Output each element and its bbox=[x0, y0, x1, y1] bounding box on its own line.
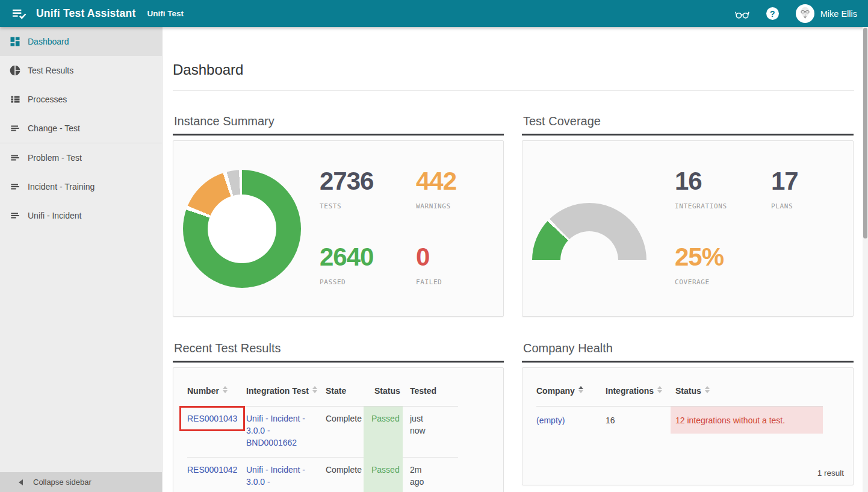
stat-integrations: 16 INTEGRATIONS bbox=[675, 169, 771, 210]
integration-test-link[interactable]: Unifi - Incident - 3.0.0 - BND0001662 bbox=[246, 414, 305, 447]
coverage-gauge-chart bbox=[532, 203, 646, 260]
stat-label: WARNINGS bbox=[416, 202, 456, 210]
sidebar-item-test-results[interactable]: Test Results bbox=[0, 56, 162, 85]
collapse-sidebar-button[interactable]: Collapse sidebar bbox=[0, 472, 162, 492]
integration-test-link[interactable]: Unifi - Incident - 3.0.0 - bbox=[246, 465, 305, 487]
lines-icon bbox=[9, 152, 21, 164]
dashboard-icon bbox=[9, 36, 21, 48]
column-header-company[interactable]: Company bbox=[536, 368, 606, 406]
sort-icon bbox=[312, 386, 317, 393]
section-title: Test Coverage bbox=[523, 114, 854, 128]
stat-value: 25% bbox=[675, 244, 771, 270]
sort-icon bbox=[223, 386, 228, 393]
company-health-table: Company Integrations Status (empty) 16 1… bbox=[536, 368, 823, 434]
company-link[interactable]: (empty) bbox=[536, 416, 565, 425]
table-row: RES0001042 Unifi - Incident - 3.0.0 - Co… bbox=[187, 458, 458, 492]
stat-value: 2736 bbox=[320, 169, 416, 194]
column-header-state[interactable]: State bbox=[326, 368, 364, 406]
result-link[interactable]: RES0001042 bbox=[187, 465, 237, 475]
header-actions: ? Mike Ellis bbox=[734, 4, 857, 23]
section-recent-test-results: Recent Test Results Number Integration T… bbox=[173, 341, 504, 492]
glasses-icon[interactable] bbox=[734, 7, 751, 20]
sidebar: Dashboard Test Results Processes Change … bbox=[0, 27, 163, 492]
tested-cell: 2m ago bbox=[403, 458, 458, 492]
integrations-cell: 16 bbox=[606, 406, 671, 434]
table-row: RES0001043 Unifi - Incident - 3.0.0 - BN… bbox=[187, 406, 458, 458]
tests-donut-chart bbox=[183, 170, 301, 288]
status-cell: Passed bbox=[364, 406, 403, 458]
recent-test-results-table: Number Integration Test State Status Tes… bbox=[187, 368, 458, 492]
sidebar-item-label: Incident - Training bbox=[28, 182, 95, 192]
stat-coverage: 25% COVERAGE bbox=[675, 244, 771, 286]
sort-icon bbox=[705, 386, 710, 393]
result-link[interactable]: RES0001043 bbox=[187, 414, 237, 423]
main-content: Dashboard Instance Summary 2736 TESTS 44… bbox=[163, 27, 863, 492]
sidebar-item-label: Processes bbox=[28, 95, 67, 104]
section-title: Recent Test Results bbox=[174, 341, 504, 355]
stat-warnings: 442 WARNINGS bbox=[416, 169, 456, 210]
column-header-status[interactable]: Status bbox=[364, 368, 403, 406]
scrollbar-thumb[interactable] bbox=[863, 28, 867, 238]
stat-value: 2640 bbox=[320, 244, 416, 270]
section-title-underline bbox=[173, 134, 504, 135]
sidebar-item-dashboard[interactable]: Dashboard bbox=[0, 27, 162, 56]
sidebar-item-processes[interactable]: Processes bbox=[0, 85, 162, 114]
column-header-status[interactable]: Status bbox=[671, 368, 823, 406]
section-title: Instance Summary bbox=[174, 114, 504, 128]
instance-summary-card: 2736 TESTS 442 WARNINGS 2640 PASSED 0 FA… bbox=[173, 140, 504, 317]
column-header-integration-test[interactable]: Integration Test bbox=[246, 368, 326, 406]
test-coverage-stats: 16 INTEGRATIONS 17 PLANS 25% COVERAGE bbox=[675, 169, 798, 286]
status-cell: Passed bbox=[364, 458, 403, 492]
number-cell: RES0001043 bbox=[187, 406, 246, 458]
stat-value: 442 bbox=[416, 169, 456, 194]
stat-label: TESTS bbox=[320, 202, 416, 210]
stat-value: 17 bbox=[771, 169, 798, 194]
health-status-cell: 12 integrations without a test. bbox=[671, 406, 823, 434]
avatar[interactable] bbox=[796, 4, 814, 23]
page-title: Dashboard bbox=[173, 61, 243, 79]
user-name[interactable]: Mike Ellis bbox=[820, 9, 857, 19]
sort-asc-icon bbox=[578, 386, 583, 393]
sidebar-item-change-test[interactable]: Change - Test bbox=[0, 114, 162, 143]
recent-test-results-card: Number Integration Test State Status Tes… bbox=[173, 367, 504, 492]
sidebar-item-label: Test Results bbox=[28, 66, 73, 75]
stat-label: PLANS bbox=[771, 202, 798, 210]
table-row: (empty) 16 12 integrations without a tes… bbox=[536, 406, 823, 434]
app-logo-playlist-check-icon[interactable] bbox=[11, 7, 27, 20]
title-divider bbox=[173, 90, 854, 91]
column-header-tested[interactable]: Tested bbox=[403, 368, 458, 406]
section-title-underline bbox=[173, 361, 504, 363]
help-icon[interactable]: ? bbox=[766, 7, 779, 20]
stat-label: COVERAGE bbox=[675, 278, 771, 286]
section-title-underline bbox=[522, 134, 854, 135]
stat-tests: 2736 TESTS bbox=[320, 169, 416, 210]
section-company-health: Company Health Company Integrations Stat… bbox=[522, 341, 854, 485]
stat-label: INTEGRATIONS bbox=[675, 202, 771, 210]
sidebar-item-label: Dashboard bbox=[28, 37, 69, 46]
page-scrollbar[interactable] bbox=[863, 27, 868, 492]
instance-name: Unifi Test bbox=[147, 9, 184, 18]
result-count: 1 result bbox=[817, 469, 844, 478]
click-highlight-box: RES0001043 bbox=[179, 406, 245, 431]
sidebar-item-incident-training[interactable]: Incident - Training bbox=[0, 172, 162, 201]
stat-passed: 2640 PASSED bbox=[320, 244, 416, 286]
sidebar-item-problem-test[interactable]: Problem - Test bbox=[0, 143, 162, 172]
collapse-label: Collapse sidebar bbox=[33, 478, 91, 487]
pie-chart-icon bbox=[9, 64, 21, 76]
section-title: Company Health bbox=[523, 341, 854, 355]
stat-failed: 0 FAILED bbox=[416, 244, 456, 286]
sidebar-item-label: Unifi - Incident bbox=[28, 211, 81, 220]
section-instance-summary: Instance Summary 2736 TESTS 442 WARNINGS… bbox=[173, 114, 504, 317]
tested-cell: just now bbox=[403, 406, 458, 458]
sidebar-item-label: Problem - Test bbox=[28, 153, 82, 163]
lines-icon bbox=[9, 210, 21, 222]
collapse-arrow-icon bbox=[19, 479, 23, 485]
state-cell: Complete bbox=[326, 458, 364, 492]
sidebar-item-unifi-incident[interactable]: Unifi - Incident bbox=[0, 201, 162, 230]
stat-value: 16 bbox=[675, 169, 771, 194]
column-header-number[interactable]: Number bbox=[187, 368, 246, 406]
state-cell: Complete bbox=[326, 406, 364, 458]
stat-label: PASSED bbox=[320, 278, 416, 286]
company-health-card: Company Integrations Status (empty) 16 1… bbox=[522, 367, 854, 485]
column-header-integrations[interactable]: Integrations bbox=[606, 368, 671, 406]
